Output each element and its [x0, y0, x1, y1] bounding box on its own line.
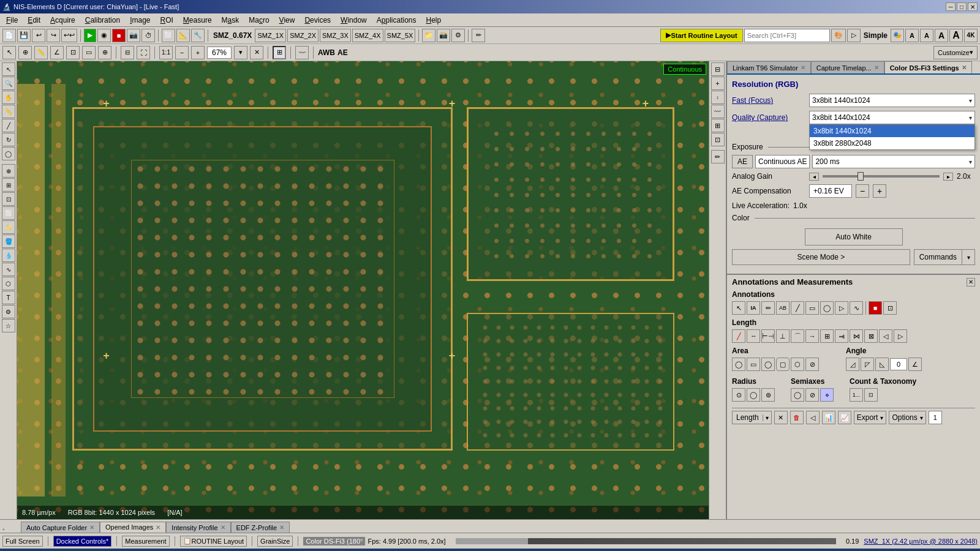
track-btn[interactable]: ⊡	[66, 46, 80, 59]
tool-lasso[interactable]: ∿	[2, 263, 15, 276]
ae-comp-dec[interactable]: −	[856, 184, 869, 198]
tool-grid[interactable]: ⊞	[2, 178, 15, 192]
palette-btn[interactable]: 🎭	[891, 29, 904, 42]
len-redo[interactable]: ▷	[894, 329, 907, 343]
rt-annotate[interactable]: ✏	[711, 150, 725, 163]
menu-image[interactable]: Image	[125, 15, 155, 26]
len-line[interactable]: ╱	[732, 329, 745, 343]
angle-t2[interactable]: ◸	[861, 358, 874, 371]
ann-rect[interactable]: ▭	[805, 301, 819, 315]
angle-t1[interactable]: ◿	[846, 358, 859, 371]
menu-applications[interactable]: Applications	[372, 15, 421, 26]
ruler-btn[interactable]: 📏	[34, 46, 48, 59]
camera2-btn[interactable]: 📸	[437, 29, 450, 42]
tab-oi-close[interactable]: ✕	[156, 524, 160, 531]
font-a1[interactable]: A	[905, 29, 919, 42]
tool-polygon[interactable]: ⬡	[2, 277, 15, 290]
menu-measure[interactable]: Measure	[178, 15, 217, 26]
new-btn[interactable]: 📄	[2, 29, 16, 42]
ann-line[interactable]: ╱	[791, 301, 804, 315]
tab-auto-capture[interactable]: Auto Capture Folder ✕	[21, 522, 100, 533]
minimize-button[interactable]: ─	[946, 2, 956, 11]
ann-ellipse[interactable]: ◯	[820, 301, 834, 315]
rt-wave[interactable]: 〰	[711, 105, 725, 118]
roi-btn[interactable]: ⬜	[162, 29, 175, 42]
tool-line[interactable]: ╱	[2, 119, 15, 132]
menu-view[interactable]: View	[274, 15, 300, 26]
live-btn[interactable]: ▶	[84, 29, 96, 42]
tools-btn[interactable]: 🔧	[191, 29, 205, 42]
exposure-time-dropdown[interactable]: 200 ms ▾	[812, 155, 975, 168]
tab-color-close[interactable]: ✕	[962, 64, 967, 71]
undo-btn[interactable]: ↩	[32, 29, 45, 42]
gain-inc-btn[interactable]: ▸	[943, 173, 953, 181]
tab-edf[interactable]: EDF Z-Profile ✕	[231, 522, 290, 533]
ann-color1[interactable]: ■	[869, 301, 882, 315]
menu-devices[interactable]: Devices	[300, 15, 336, 26]
semi-t3[interactable]: ⋄	[820, 388, 834, 402]
scene-mode-button[interactable]: Scene Mode >	[732, 249, 910, 265]
gain-slider-track[interactable]	[823, 175, 940, 178]
count-input[interactable]	[929, 411, 942, 424]
continuous-ae-dropdown[interactable]: Continuous AE	[755, 155, 810, 168]
ae-comp-inc[interactable]: +	[873, 184, 886, 198]
tool-overlay[interactable]: ⊡	[2, 192, 15, 206]
start-routine-btn[interactable]: ▶ Start Routine Layout	[660, 29, 742, 42]
timelapse-btn[interactable]: ⏱	[141, 29, 155, 42]
fullscreen-btn[interactable]: ⛶	[137, 46, 150, 59]
font-a4[interactable]: A	[949, 29, 963, 42]
tab-color-settings[interactable]: Color DS-Fi3 Settings ✕	[884, 61, 972, 75]
ann-bottom-delete[interactable]: 🗑	[790, 411, 804, 424]
close-button[interactable]: ✕	[968, 2, 978, 11]
tool-rotate[interactable]: ↻	[2, 133, 15, 146]
tab-ac-close[interactable]: ✕	[89, 524, 94, 531]
len-caliper[interactable]: ⊢⊣	[761, 329, 775, 343]
ae-button[interactable]: AE	[732, 155, 753, 168]
tool-bucket[interactable]: 🪣	[2, 234, 15, 248]
count-t1[interactable]: 1...	[850, 388, 863, 402]
zoom-in-btn[interactable]: ⊕	[18, 46, 32, 59]
capture-btn[interactable]: 📷	[127, 29, 140, 42]
menu-mask[interactable]: Mask	[217, 15, 244, 26]
menu-roi[interactable]: ROI	[156, 15, 178, 26]
semi-t1[interactable]: ◯	[791, 388, 804, 402]
len-multi[interactable]: ⋈	[850, 329, 863, 343]
len-dashed[interactable]: ╌	[747, 329, 760, 343]
measure2-btn[interactable]: ▭	[82, 46, 96, 59]
tab-intensity-profile[interactable]: Intensity Profile ✕	[166, 522, 230, 533]
measurement-btn[interactable]: Measurement	[122, 536, 169, 547]
settings2-btn[interactable]: ⚙	[451, 29, 465, 42]
view-mode-btn[interactable]: ⊞	[273, 46, 286, 59]
tab-capture[interactable]: Capture Timelap... ✕	[811, 61, 884, 73]
tool-magic[interactable]: ✨	[2, 220, 15, 234]
ann-bottom-chart[interactable]: 📊	[822, 411, 835, 424]
auto-white-button[interactable]: Auto White	[805, 228, 903, 246]
menu-acquire[interactable]: Acquire	[45, 15, 80, 26]
ann-color2[interactable]: ⊡	[883, 301, 897, 315]
res-4k-btn[interactable]: 4K	[964, 29, 978, 42]
angle-ref[interactable]: ∠	[908, 358, 922, 371]
rad-t2[interactable]: ◯	[747, 388, 760, 402]
docked-controls-btn[interactable]: Docked Controls*	[53, 536, 112, 547]
rt-cal[interactable]: ⊡	[711, 133, 725, 146]
ann-freehand[interactable]: ∿	[850, 301, 863, 315]
stop-btn[interactable]: ■	[112, 29, 126, 42]
rad-t1[interactable]: ⊙	[732, 388, 745, 402]
tool-roi[interactable]: ⬜	[2, 206, 15, 220]
quality-dropdown[interactable]: 3x8bit 1440x1024 ▾	[809, 111, 975, 124]
tool-text[interactable]: T	[2, 291, 15, 304]
redo-btn[interactable]: ↪	[47, 29, 60, 42]
options-dropdown-btn[interactable]: ▾	[920, 414, 923, 421]
customize-btn[interactable]: Customize ▾	[933, 46, 978, 59]
len-boundary[interactable]: ⊠	[864, 329, 878, 343]
routine-layout-btn[interactable]: 📋 ROUTINE Layout	[180, 536, 247, 547]
tool-arrow[interactable]: ↖	[2, 62, 15, 76]
save-btn[interactable]: 💾	[17, 29, 31, 42]
count-t2[interactable]: ⊡	[864, 388, 878, 402]
len-bezier[interactable]: ⌒	[791, 329, 804, 343]
ann-bottom-nav1[interactable]: ◁	[806, 411, 820, 424]
ann-close[interactable]: ✕	[967, 278, 975, 287]
ann-pencil[interactable]: ✏	[761, 301, 775, 315]
titlebar-controls[interactable]: ─ □ ✕	[946, 2, 978, 11]
len-arrow[interactable]: →	[805, 329, 819, 343]
